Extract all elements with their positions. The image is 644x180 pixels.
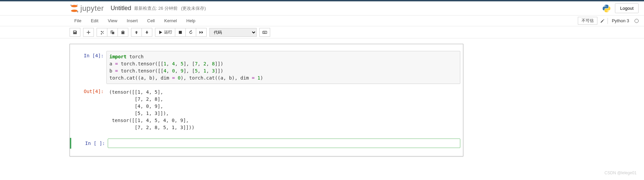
- svg-rect-8: [264, 32, 265, 32]
- checkpoint-status: 最新检查点: 26 分钟前: [134, 5, 178, 11]
- svg-point-3: [77, 11, 78, 12]
- paste-button[interactable]: [118, 28, 128, 37]
- menu-help[interactable]: Help: [182, 16, 200, 25]
- arrow-up-icon: [134, 30, 139, 35]
- separator: [608, 18, 608, 24]
- header: jupyter Untitled 最新检查点: 26 分钟前 (更改未保存) L…: [0, 1, 644, 16]
- run-button[interactable]: 运行: [155, 28, 175, 37]
- pencil-icon[interactable]: [600, 19, 605, 23]
- move-up-button[interactable]: [131, 28, 142, 37]
- svg-rect-9: [265, 32, 266, 32]
- command-palette-button[interactable]: [259, 28, 270, 37]
- copy-button[interactable]: [107, 28, 118, 37]
- restart-icon: [188, 30, 193, 35]
- restart-button[interactable]: [186, 28, 196, 37]
- svg-rect-10: [264, 32, 266, 33]
- restart-run-button[interactable]: [196, 28, 207, 37]
- save-button[interactable]: [70, 28, 80, 37]
- stop-button[interactable]: [175, 28, 186, 37]
- menubar: File Edit View Insert Cell Kernel Help 不…: [0, 16, 644, 26]
- code-cell[interactable]: In [ ]:: [70, 138, 463, 149]
- move-down-button[interactable]: [142, 28, 152, 37]
- menu-file[interactable]: File: [70, 16, 86, 25]
- svg-rect-7: [263, 32, 264, 32]
- scissors-icon: [100, 30, 104, 35]
- code-input[interactable]: import torcha = torch.tensor([[1, 4, 5],…: [106, 51, 460, 84]
- plus-icon: [86, 30, 91, 35]
- svg-point-2: [70, 4, 72, 6]
- notebook-title[interactable]: Untitled: [111, 5, 131, 12]
- code-input[interactable]: [108, 139, 460, 148]
- jupyter-logo[interactable]: jupyter: [70, 4, 104, 13]
- menu-insert[interactable]: Insert: [122, 16, 143, 25]
- keyboard-icon: [262, 30, 267, 35]
- svg-rect-5: [179, 31, 182, 34]
- svg-point-0: [71, 5, 78, 7]
- autosave-status: (更改未保存): [181, 5, 206, 11]
- play-icon: [158, 30, 163, 35]
- output-cell: Out[4]: (tensor([[1, 4, 5], [7, 2, 8], […: [70, 86, 463, 134]
- kernel-name[interactable]: Python 3: [611, 18, 630, 23]
- arrow-down-icon: [145, 30, 149, 35]
- code-cell[interactable]: In [4]: import torcha = torch.tensor([[1…: [70, 50, 463, 85]
- menu-view[interactable]: View: [103, 16, 122, 25]
- save-icon: [73, 30, 77, 35]
- trusted-indicator[interactable]: 不可信: [578, 17, 597, 25]
- toolbar: 运行 代码: [0, 26, 644, 38]
- jupyter-icon: [70, 4, 79, 13]
- cut-button[interactable]: [97, 28, 107, 37]
- output-prompt: Out[4]:: [73, 87, 106, 133]
- input-prompt: In [ ]:: [74, 139, 108, 148]
- copy-icon: [110, 30, 115, 35]
- logo-text: jupyter: [80, 4, 104, 13]
- menu-edit[interactable]: Edit: [86, 16, 103, 25]
- menu-cell[interactable]: Cell: [143, 16, 159, 25]
- kernel-indicator-icon: [635, 19, 639, 23]
- notebook-container: In [4]: import torcha = torch.tensor([[1…: [0, 38, 644, 162]
- stop-icon: [178, 30, 183, 35]
- input-prompt: In [4]:: [73, 51, 106, 84]
- svg-point-1: [71, 9, 78, 12]
- fast-forward-icon: [199, 30, 204, 35]
- python-icon: [602, 4, 611, 13]
- menu-kernel[interactable]: Kernel: [159, 16, 182, 25]
- add-cell-button[interactable]: [83, 28, 94, 37]
- svg-rect-6: [263, 31, 267, 33]
- cell-type-select[interactable]: 代码: [209, 28, 257, 37]
- notebook: In [4]: import torcha = torch.tensor([[1…: [70, 44, 463, 156]
- logout-button[interactable]: Logout: [615, 3, 639, 13]
- run-label: 运行: [164, 29, 172, 35]
- clipboard-icon: [121, 30, 125, 35]
- output-text: (tensor([[1, 4, 5], [7, 2, 8], [4, 0, 9]…: [106, 87, 460, 133]
- svg-point-4: [77, 4, 78, 5]
